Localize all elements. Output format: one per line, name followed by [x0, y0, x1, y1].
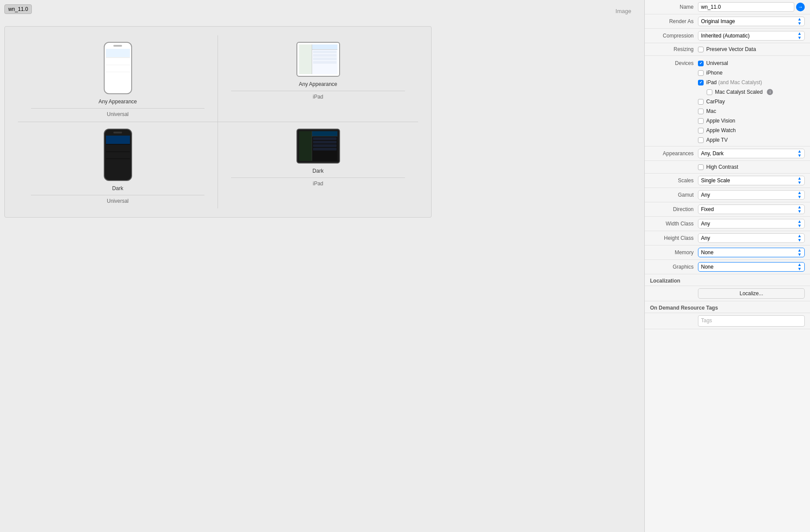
- gamut-label: Gamut: [650, 192, 698, 198]
- mac-checkbox[interactable]: [698, 109, 704, 114]
- mac-row: Mac: [698, 107, 773, 115]
- image-cell-ipad-dark[interactable]: Dark iPad: [218, 122, 418, 208]
- canvas-panel: wn_11.0 Image Any Appearance Universal: [0, 0, 644, 532]
- ipad-preview-light: [296, 42, 340, 77]
- gamut-arrows: ▲▼: [797, 191, 802, 199]
- appearances-label: Appearances: [650, 150, 698, 157]
- width-class-row: Width Class Any ▲▼: [645, 217, 810, 231]
- scales-row: Scales Single Scale ▲▼: [645, 174, 810, 188]
- properties-panel: Name wn_11.0 → Render As Original Image …: [644, 0, 810, 532]
- width-class-arrows: ▲▼: [797, 219, 802, 228]
- device-label-4: iPad: [231, 177, 405, 187]
- memory-select[interactable]: None ▲▼: [698, 248, 805, 257]
- direction-select[interactable]: Fixed ▲▼: [698, 205, 805, 214]
- scales-select[interactable]: Single Scale ▲▼: [698, 176, 805, 185]
- iphone-checkbox[interactable]: [698, 70, 704, 76]
- scales-arrows: ▲▼: [797, 176, 802, 185]
- height-class-arrows: ▲▼: [797, 234, 802, 242]
- image-cell-ipad-light[interactable]: Any Appearance iPad: [218, 35, 418, 122]
- ipad-preview-dark: [296, 129, 340, 164]
- apple-tv-row: Apple TV: [698, 136, 773, 144]
- direction-row: Direction Fixed ▲▼: [645, 202, 810, 217]
- direction-arrows: ▲▼: [797, 205, 802, 214]
- device-label-1: Universal: [31, 108, 204, 117]
- apple-tv-checkbox[interactable]: [698, 137, 704, 143]
- high-contrast-checkbox[interactable]: [698, 164, 704, 170]
- graphics-label: Graphics: [650, 264, 698, 270]
- compression-label: Compression: [650, 33, 698, 39]
- name-input[interactable]: wn_11.0: [698, 2, 794, 12]
- render-as-select[interactable]: Original Image ▲▼: [698, 17, 805, 26]
- height-class-row: Height Class Any ▲▼: [645, 231, 810, 246]
- graphics-row: Graphics None ▲▼: [645, 260, 810, 274]
- height-class-label: Height Class: [650, 235, 698, 241]
- preserve-vector-checkbox[interactable]: [698, 47, 704, 52]
- high-contrast-label: High Contrast: [706, 164, 738, 170]
- devices-label: Devices: [650, 59, 698, 66]
- width-class-label: Width Class: [650, 221, 698, 227]
- image-cell-universal-light[interactable]: Any Appearance Universal: [18, 35, 218, 122]
- apple-watch-checkbox[interactable]: [698, 128, 704, 133]
- gamut-row: Gamut Any ▲▼: [645, 188, 810, 202]
- appearance-label-3: Dark: [112, 185, 123, 191]
- apple-vision-checkbox[interactable]: [698, 118, 704, 124]
- carplay-row: CarPlay: [698, 98, 773, 106]
- localize-button[interactable]: Localize...: [698, 288, 805, 299]
- window-title: wn_11.0: [4, 4, 32, 14]
- resizing-row: Resizing Preserve Vector Data: [645, 43, 810, 56]
- apple-vision-label: Apple Vision: [706, 118, 735, 124]
- canvas-area: Any Appearance Universal: [4, 26, 432, 218]
- graphics-select[interactable]: None ▲▼: [698, 262, 805, 272]
- compression-row: Compression Inherited (Automatic) ▲▼: [645, 29, 810, 43]
- carplay-checkbox[interactable]: [698, 99, 704, 105]
- name-label: Name: [650, 4, 698, 10]
- device-label-2: iPad: [231, 91, 405, 100]
- compression-select[interactable]: Inherited (Automatic) ▲▼: [698, 31, 805, 41]
- devices-row: Devices Universal iPhone iPad: [645, 56, 810, 147]
- mac-catalyst-row: Mac Catalyst Scaled i: [698, 88, 773, 96]
- apple-watch-label: Apple Watch: [706, 127, 736, 133]
- carplay-label: CarPlay: [706, 99, 725, 105]
- memory-row: Memory None ▲▼: [645, 246, 810, 260]
- panel-label: Image: [616, 8, 631, 14]
- iphone-row: iPhone: [698, 69, 773, 77]
- tags-row: Tags: [645, 313, 810, 329]
- iphone-preview-light: [104, 42, 132, 94]
- resizing-label: Resizing: [650, 46, 698, 52]
- render-as-label: Render As: [650, 18, 698, 24]
- localization-section-header: Localization: [645, 274, 810, 286]
- height-class-select[interactable]: Any ▲▼: [698, 233, 805, 243]
- universal-label: Universal: [706, 60, 728, 66]
- memory-label: Memory: [650, 249, 698, 256]
- apple-vision-row: Apple Vision: [698, 117, 773, 125]
- apple-watch-row: Apple Watch: [698, 126, 773, 134]
- devices-section: Universal iPhone iPad (and Mac Catalyst): [698, 59, 773, 144]
- appearances-row: Appearances Any, Dark ▲▼: [645, 147, 810, 161]
- on-demand-section-header: On Demand Resource Tags: [645, 301, 810, 313]
- iphone-preview-dark: [104, 129, 132, 181]
- appearances-arrows: ▲▼: [797, 149, 802, 158]
- gamut-select[interactable]: Any ▲▼: [698, 190, 805, 200]
- universal-row: Universal: [698, 59, 773, 67]
- apple-tv-label: Apple TV: [706, 137, 728, 143]
- appearance-label-4: Dark: [313, 168, 323, 174]
- graphics-arrows: ▲▼: [797, 263, 802, 271]
- mac-catalyst-info-icon[interactable]: i: [767, 89, 773, 95]
- memory-arrows: ▲▼: [797, 248, 802, 257]
- ipad-checkbox[interactable]: [698, 80, 704, 85]
- universal-checkbox[interactable]: [698, 61, 704, 66]
- appearances-select[interactable]: Any, Dark ▲▼: [698, 149, 805, 158]
- preserve-vector-label: Preserve Vector Data: [706, 46, 756, 52]
- tags-input[interactable]: Tags: [698, 315, 805, 327]
- iphone-label: iPhone: [706, 70, 722, 76]
- render-as-arrows: ▲▼: [797, 17, 802, 26]
- image-cell-universal-dark[interactable]: Dark Universal: [18, 122, 218, 208]
- device-label-3: Universal: [31, 195, 204, 204]
- appearance-label-1: Any Appearance: [99, 99, 137, 105]
- mac-catalyst-label: Mac Catalyst Scaled: [715, 89, 762, 95]
- ipad-label: iPad (and Mac Catalyst): [706, 79, 762, 85]
- name-navigate-button[interactable]: →: [796, 3, 805, 11]
- localize-row: Localize...: [645, 286, 810, 301]
- width-class-select[interactable]: Any ▲▼: [698, 219, 805, 228]
- mac-catalyst-checkbox[interactable]: [707, 89, 712, 95]
